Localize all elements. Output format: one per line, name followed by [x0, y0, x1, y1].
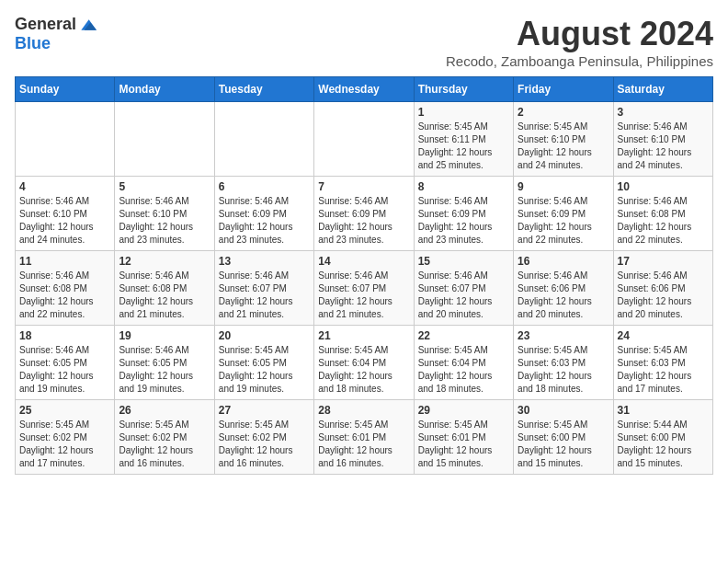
calendar-cell: 4Sunrise: 5:46 AMSunset: 6:10 PMDaylight… [16, 177, 115, 251]
title-section: August 2024 Recodo, Zamboanga Peninsula,… [446, 15, 713, 69]
calendar-cell: 19Sunrise: 5:46 AMSunset: 6:05 PMDayligh… [115, 326, 214, 400]
day-info: Sunrise: 5:46 AMSunset: 6:07 PMDaylight:… [418, 270, 509, 321]
calendar-cell: 5Sunrise: 5:46 AMSunset: 6:10 PMDaylight… [115, 177, 214, 251]
calendar-cell: 6Sunrise: 5:46 AMSunset: 6:09 PMDaylight… [214, 177, 313, 251]
calendar-week-5: 25Sunrise: 5:45 AMSunset: 6:02 PMDayligh… [16, 400, 713, 475]
page-header: General Blue August 2024 Recodo, Zamboan… [15, 15, 713, 69]
day-info: Sunrise: 5:46 AMSunset: 6:10 PMDaylight:… [19, 195, 110, 247]
day-number: 18 [19, 329, 110, 342]
day-number: 10 [618, 180, 709, 193]
calendar-table: SundayMondayTuesdayWednesdayThursdayFrid… [15, 76, 713, 475]
calendar-cell: 12Sunrise: 5:46 AMSunset: 6:08 PMDayligh… [115, 251, 214, 326]
day-info: Sunrise: 5:45 AMSunset: 6:10 PMDaylight:… [518, 121, 609, 172]
day-number: 25 [19, 404, 110, 417]
day-info: Sunrise: 5:46 AMSunset: 6:07 PMDaylight:… [318, 270, 409, 321]
calendar-week-1: 1Sunrise: 5:45 AMSunset: 6:11 PMDaylight… [16, 102, 713, 177]
day-info: Sunrise: 5:46 AMSunset: 6:07 PMDaylight:… [219, 270, 310, 321]
calendar-cell: 2Sunrise: 5:45 AMSunset: 6:10 PMDaylight… [514, 102, 613, 177]
day-number: 3 [618, 106, 709, 119]
day-info: Sunrise: 5:44 AMSunset: 6:00 PMDaylight:… [618, 419, 709, 470]
calendar-cell: 10Sunrise: 5:46 AMSunset: 6:08 PMDayligh… [613, 177, 712, 251]
calendar-cell: 21Sunrise: 5:45 AMSunset: 6:04 PMDayligh… [314, 326, 414, 400]
calendar-header-row: SundayMondayTuesdayWednesdayThursdayFrid… [16, 77, 713, 102]
day-number: 7 [318, 180, 409, 193]
day-info: Sunrise: 5:45 AMSunset: 6:03 PMDaylight:… [518, 344, 609, 396]
calendar-cell: 17Sunrise: 5:46 AMSunset: 6:06 PMDayligh… [613, 251, 712, 326]
day-number: 28 [318, 404, 409, 417]
day-number: 12 [119, 255, 210, 268]
calendar-cell [115, 102, 214, 177]
day-number: 29 [418, 404, 509, 417]
calendar-cell [314, 102, 414, 177]
calendar-cell: 29Sunrise: 5:45 AMSunset: 6:01 PMDayligh… [414, 400, 513, 475]
day-info: Sunrise: 5:46 AMSunset: 6:06 PMDaylight:… [518, 270, 609, 321]
day-info: Sunrise: 5:45 AMSunset: 6:02 PMDaylight:… [119, 419, 210, 470]
day-number: 1 [418, 106, 509, 119]
calendar-cell [214, 102, 313, 177]
day-info: Sunrise: 5:46 AMSunset: 6:09 PMDaylight:… [318, 195, 409, 247]
day-number: 21 [318, 329, 409, 342]
day-number: 16 [518, 255, 609, 268]
calendar-cell [16, 102, 115, 177]
calendar-cell: 13Sunrise: 5:46 AMSunset: 6:07 PMDayligh… [214, 251, 313, 326]
day-number: 4 [19, 180, 110, 193]
day-number: 2 [518, 106, 609, 119]
calendar-cell: 15Sunrise: 5:46 AMSunset: 6:07 PMDayligh… [414, 251, 513, 326]
calendar-cell: 3Sunrise: 5:46 AMSunset: 6:10 PMDaylight… [613, 102, 712, 177]
header-day-saturday: Saturday [613, 77, 712, 102]
day-info: Sunrise: 5:45 AMSunset: 6:02 PMDaylight:… [219, 419, 310, 470]
day-number: 30 [518, 404, 609, 417]
day-info: Sunrise: 5:45 AMSunset: 6:11 PMDaylight:… [418, 121, 509, 172]
day-info: Sunrise: 5:46 AMSunset: 6:10 PMDaylight:… [618, 121, 709, 172]
calendar-cell: 14Sunrise: 5:46 AMSunset: 6:07 PMDayligh… [314, 251, 414, 326]
day-info: Sunrise: 5:46 AMSunset: 6:05 PMDaylight:… [19, 344, 110, 396]
calendar-cell: 24Sunrise: 5:45 AMSunset: 6:03 PMDayligh… [613, 326, 712, 400]
day-info: Sunrise: 5:45 AMSunset: 6:05 PMDaylight:… [219, 344, 310, 396]
calendar-cell: 8Sunrise: 5:46 AMSunset: 6:09 PMDaylight… [414, 177, 513, 251]
calendar-cell: 23Sunrise: 5:45 AMSunset: 6:03 PMDayligh… [514, 326, 613, 400]
day-number: 8 [418, 180, 509, 193]
calendar-cell: 22Sunrise: 5:45 AMSunset: 6:04 PMDayligh… [414, 326, 513, 400]
logo-icon [78, 16, 97, 34]
calendar-cell: 28Sunrise: 5:45 AMSunset: 6:01 PMDayligh… [314, 400, 414, 475]
day-info: Sunrise: 5:46 AMSunset: 6:05 PMDaylight:… [119, 344, 210, 396]
day-number: 5 [119, 180, 210, 193]
day-info: Sunrise: 5:45 AMSunset: 6:03 PMDaylight:… [618, 344, 709, 396]
calendar-cell: 31Sunrise: 5:44 AMSunset: 6:00 PMDayligh… [613, 400, 712, 475]
day-info: Sunrise: 5:46 AMSunset: 6:08 PMDaylight:… [618, 195, 709, 247]
logo-blue-text: Blue [15, 34, 51, 52]
day-number: 22 [418, 329, 509, 342]
header-day-monday: Monday [115, 77, 214, 102]
calendar-cell: 9Sunrise: 5:46 AMSunset: 6:09 PMDaylight… [514, 177, 613, 251]
day-number: 19 [119, 329, 210, 342]
logo-general-text: General [15, 15, 76, 34]
header-day-thursday: Thursday [414, 77, 513, 102]
day-number: 14 [318, 255, 409, 268]
day-number: 17 [618, 255, 709, 268]
day-number: 27 [219, 404, 310, 417]
calendar-cell: 11Sunrise: 5:46 AMSunset: 6:08 PMDayligh… [16, 251, 115, 326]
calendar-cell: 7Sunrise: 5:46 AMSunset: 6:09 PMDaylight… [314, 177, 414, 251]
calendar-cell: 16Sunrise: 5:46 AMSunset: 6:06 PMDayligh… [514, 251, 613, 326]
header-day-sunday: Sunday [16, 77, 115, 102]
day-info: Sunrise: 5:45 AMSunset: 6:04 PMDaylight:… [418, 344, 509, 396]
day-number: 13 [219, 255, 310, 268]
day-info: Sunrise: 5:46 AMSunset: 6:09 PMDaylight:… [219, 195, 310, 247]
day-info: Sunrise: 5:45 AMSunset: 6:00 PMDaylight:… [518, 419, 609, 470]
day-number: 15 [418, 255, 509, 268]
calendar-title: August 2024 [446, 15, 713, 53]
header-day-tuesday: Tuesday [214, 77, 313, 102]
header-day-friday: Friday [514, 77, 613, 102]
day-info: Sunrise: 5:45 AMSunset: 6:04 PMDaylight:… [318, 344, 409, 396]
day-info: Sunrise: 5:45 AMSunset: 6:02 PMDaylight:… [19, 419, 110, 470]
header-day-wednesday: Wednesday [314, 77, 414, 102]
day-number: 9 [518, 180, 609, 193]
calendar-cell: 1Sunrise: 5:45 AMSunset: 6:11 PMDaylight… [414, 102, 513, 177]
day-info: Sunrise: 5:45 AMSunset: 6:01 PMDaylight:… [318, 419, 409, 470]
day-number: 26 [119, 404, 210, 417]
calendar-cell: 18Sunrise: 5:46 AMSunset: 6:05 PMDayligh… [16, 326, 115, 400]
day-info: Sunrise: 5:46 AMSunset: 6:09 PMDaylight:… [418, 195, 509, 247]
day-info: Sunrise: 5:46 AMSunset: 6:08 PMDaylight:… [119, 270, 210, 321]
calendar-week-4: 18Sunrise: 5:46 AMSunset: 6:05 PMDayligh… [16, 326, 713, 400]
day-number: 11 [19, 255, 110, 268]
